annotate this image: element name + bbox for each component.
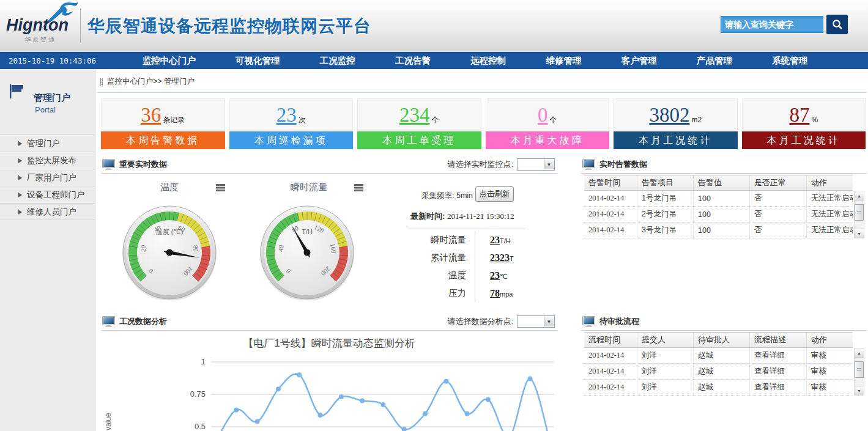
table-cell[interactable]: 查看详细 (749, 348, 806, 363)
nav-items: 监控中心门户可视化管理工况监控工况告警远程控制维修管理客户管理产品管理系统管理 (122, 55, 868, 67)
refresh-button[interactable]: 点击刷新 (475, 186, 514, 202)
monitor-icon (102, 316, 115, 327)
triangle-down-icon[interactable]: ▼ (855, 229, 864, 238)
table-cell[interactable]: 审核 (806, 364, 853, 379)
stat-card: 0个本月重大故障 (486, 98, 610, 149)
table-cell: 2014-02-14 (584, 364, 637, 379)
grip-dots-icon (100, 78, 103, 86)
top-header: Hignton 华辰智通 华辰智通设备远程监控物联网云平台 (0, 0, 868, 52)
nav-item-远程控制[interactable]: 远程控制 (470, 55, 506, 67)
table-cell: 100 (693, 191, 749, 206)
logo-divider (80, 9, 81, 43)
sidebar-item-设备工程师门户[interactable]: 设备工程师门户 (0, 186, 95, 203)
stat-card-label[interactable]: 本月工况统计 (742, 131, 866, 149)
nav-item-工况监控[interactable]: 工况监控 (320, 55, 355, 67)
table-cell[interactable]: 查看详细 (749, 364, 806, 379)
nav-item-客户管理[interactable]: 客户管理 (621, 55, 657, 67)
realtime-panel: 重要实时数据 请选择实时监控点: ▼ 温度 瞬时流量 020406080100温… (101, 156, 557, 313)
reading-number: 2323 (490, 252, 510, 263)
table-cell: 3号龙门吊 (637, 223, 693, 238)
analysis-panel-header: 工况数据分析 请选择数据分析点: ▼ (101, 313, 557, 331)
alarm-panel-header: 实时告警数据 (581, 156, 867, 174)
table-scrollbar[interactable]: ▲ ▼ (854, 348, 864, 396)
sidebar-item-监控大屏发布[interactable]: 监控大屏发布 (0, 152, 95, 169)
sidebar-item-维修人员门户[interactable]: 维修人员门户 (0, 203, 95, 220)
reading-value: 78mpa (475, 288, 513, 299)
nav-timestamp: 2015-10-19 10:43:06 (9, 56, 122, 65)
monitor-icon (102, 159, 115, 170)
sidebar-menu: 管理门户监控大屏发布厂家用户门户设备工程师门户维修人员门户 (0, 134, 95, 220)
table-cell: 刘洋 (637, 380, 693, 395)
table-cell: 否 (749, 223, 806, 238)
table-scrollbar[interactable]: ▲ ▼ (854, 191, 864, 238)
readings-list: 瞬时流量23T/H累计流量2323T温度23℃压力78mpa (408, 231, 555, 302)
table-cell: 2014-02-14 (584, 207, 637, 222)
portal-header: 管理门户 Portal (0, 83, 95, 125)
nav-item-系统管理[interactable]: 系统管理 (772, 55, 807, 67)
nav-item-监控中心门户[interactable]: 监控中心门户 (143, 55, 196, 67)
reading-value: 2323T (475, 252, 514, 263)
search-button[interactable] (826, 15, 848, 34)
breadcrumb: 监控中心门户>> 管理门户 (100, 76, 195, 87)
realtime-panel-header: 重要实时数据 请选择实时监控点: ▼ (101, 156, 557, 174)
chart-title: 【电厂1号线】瞬时流量动态监测分析 (101, 336, 557, 350)
table-cell: 刘洋 (637, 364, 693, 379)
search-input[interactable] (721, 17, 823, 32)
monitor-icon (582, 316, 595, 327)
alarm-panel: 实时告警数据 告警时间告警项目告警值是否正常动作2014-02-141号龙门吊1… (581, 156, 867, 313)
analysis-point-select[interactable]: ▼ (517, 315, 555, 328)
table-cell[interactable]: 审核 (806, 380, 853, 395)
monitor-point-select[interactable]: ▼ (517, 158, 555, 171)
reading-label: 温度 (408, 267, 475, 284)
table-cell: 否 (749, 191, 806, 206)
stat-unit: 条记录 (163, 115, 185, 125)
latest-time: 最新时间: 2014-11-21 15:30:12 (410, 211, 514, 222)
triangle-up-icon[interactable]: ▲ (855, 191, 864, 201)
sidebar-item-管理门户[interactable]: 管理门户 (0, 134, 95, 152)
sidebar-item-厂家用户门户[interactable]: 厂家用户门户 (0, 169, 95, 186)
readings-divider (408, 229, 525, 229)
column-header: 动作 (806, 175, 853, 190)
triangle-up-icon[interactable]: ▲ (855, 348, 864, 358)
nav-item-可视化管理[interactable]: 可视化管理 (236, 55, 280, 67)
nav-item-工况告警[interactable]: 工况告警 (395, 55, 431, 67)
hamburger-icon[interactable] (354, 184, 363, 186)
hamburger-icon[interactable] (216, 184, 225, 186)
stat-card-label[interactable]: 本月重大故障 (486, 131, 610, 149)
stat-value: 36 (141, 105, 161, 125)
table-header-row: 告警时间告警项目告警值是否正常动作 (584, 175, 853, 191)
nav-item-产品管理[interactable]: 产品管理 (697, 55, 732, 67)
approval-panel-header: 待审批流程 (581, 313, 867, 331)
reading-unit: ℃ (500, 273, 507, 280)
stat-unit: m2 (691, 116, 702, 124)
stat-card-label[interactable]: 本周告警数据 (101, 131, 225, 149)
table-cell: 100 (693, 207, 749, 222)
reading-unit: T/H (500, 237, 511, 245)
table-cell: 无法正常启动 (806, 191, 853, 206)
stat-unit: 个 (550, 115, 557, 125)
panel-title: 工况数据分析 (119, 316, 167, 327)
approval-panel: 待审批流程 流程时间提交人待审批人流程描述动作2014-02-14刘洋赵城查看详… (581, 313, 867, 431)
stat-value: 87 (789, 105, 809, 125)
stat-card-label[interactable]: 本周工单受理 (357, 131, 481, 149)
stat-card-label[interactable]: 本月工况统计 (614, 131, 738, 149)
scrollbar-thumb[interactable] (855, 204, 864, 221)
stat-value: 0 (538, 105, 548, 125)
nav-item-维修管理[interactable]: 维修管理 (546, 55, 581, 67)
table-row: 2014-02-142号龙门吊100否无法正常启动 (584, 207, 853, 223)
table-cell[interactable]: 查看详细 (749, 380, 806, 395)
svg-text:1: 1 (201, 357, 206, 366)
triangle-down-icon[interactable]: ▼ (855, 386, 864, 395)
table-cell: 2号龙门吊 (637, 207, 693, 222)
svg-text:0.5: 0.5 (195, 422, 206, 431)
brand-subtext: 华辰智通 (24, 35, 56, 44)
stat-card: 3802m2本月工况统计 (614, 98, 738, 149)
stat-card-label[interactable]: 本周巡检漏项 (229, 131, 354, 149)
column-header: 告警项目 (637, 175, 693, 190)
table-cell: 100 (693, 223, 749, 238)
scrollbar-thumb[interactable] (855, 361, 864, 378)
table-cell[interactable]: 审核 (806, 348, 853, 363)
main-content: 监控中心门户>> 管理门户 36条记录本周告警数据23次本周巡检漏项234个本周… (96, 69, 868, 431)
flow-gauge: 04080120160200T/H (259, 205, 355, 300)
reading-unit: mpa (500, 290, 513, 298)
